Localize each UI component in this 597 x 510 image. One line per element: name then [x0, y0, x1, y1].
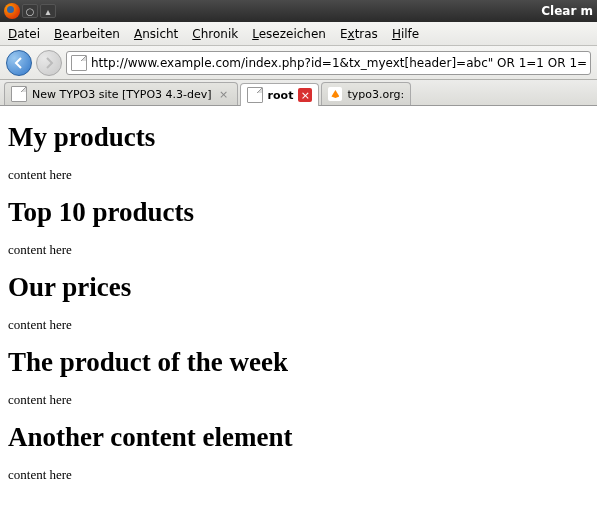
tab-1[interactable]: root× [240, 83, 320, 106]
window-titlebar: ○ ▴ Clear m [0, 0, 597, 22]
menu-item-0[interactable]: Datei [8, 27, 40, 41]
navigation-toolbar [0, 46, 597, 80]
menubar: DateiBearbeitenAnsichtChronikLesezeichen… [0, 22, 597, 46]
firefox-icon [4, 3, 20, 19]
menu-item-2[interactable]: Ansicht [134, 27, 178, 41]
page-icon [247, 87, 263, 103]
tab-bar: New TYPO3 site [TYPO3 4.3-dev]×root×typo… [0, 80, 597, 106]
typo3-icon [328, 87, 342, 101]
titlebar-text: Clear m [541, 4, 593, 18]
section-heading: Our prices [8, 272, 589, 303]
menu-item-1[interactable]: Bearbeiten [54, 27, 120, 41]
forward-button [36, 50, 62, 76]
section-heading: My products [8, 122, 589, 153]
section-body: content here [8, 167, 589, 183]
page-icon [71, 55, 87, 71]
tab-label: root [268, 89, 294, 102]
back-button[interactable] [6, 50, 32, 76]
arrow-right-icon [43, 57, 55, 69]
menu-item-3[interactable]: Chronik [192, 27, 238, 41]
section-heading: Top 10 products [8, 197, 589, 228]
window-minimize-button[interactable]: ○ [22, 4, 38, 18]
menu-item-6[interactable]: Hilfe [392, 27, 419, 41]
url-bar[interactable] [66, 51, 591, 75]
tab-label: typo3.org: [347, 88, 404, 101]
tab-label: New TYPO3 site [TYPO3 4.3-dev] [32, 88, 212, 101]
menu-item-5[interactable]: Extras [340, 27, 378, 41]
menu-item-4[interactable]: Lesezeichen [252, 27, 326, 41]
url-input[interactable] [91, 56, 586, 70]
section-body: content here [8, 242, 589, 258]
section-heading: The product of the week [8, 347, 589, 378]
section-heading: Another content element [8, 422, 589, 453]
close-tab-icon[interactable]: × [298, 88, 312, 102]
window-maximize-button[interactable]: ▴ [40, 4, 56, 18]
arrow-left-icon [13, 57, 25, 69]
page-icon [11, 86, 27, 102]
page-content: My productscontent hereTop 10 productsco… [0, 106, 597, 503]
section-body: content here [8, 467, 589, 483]
section-body: content here [8, 392, 589, 408]
section-body: content here [8, 317, 589, 333]
tab-0[interactable]: New TYPO3 site [TYPO3 4.3-dev]× [4, 82, 238, 105]
tab-2[interactable]: typo3.org: [321, 82, 411, 105]
close-tab-icon[interactable]: × [217, 87, 231, 101]
